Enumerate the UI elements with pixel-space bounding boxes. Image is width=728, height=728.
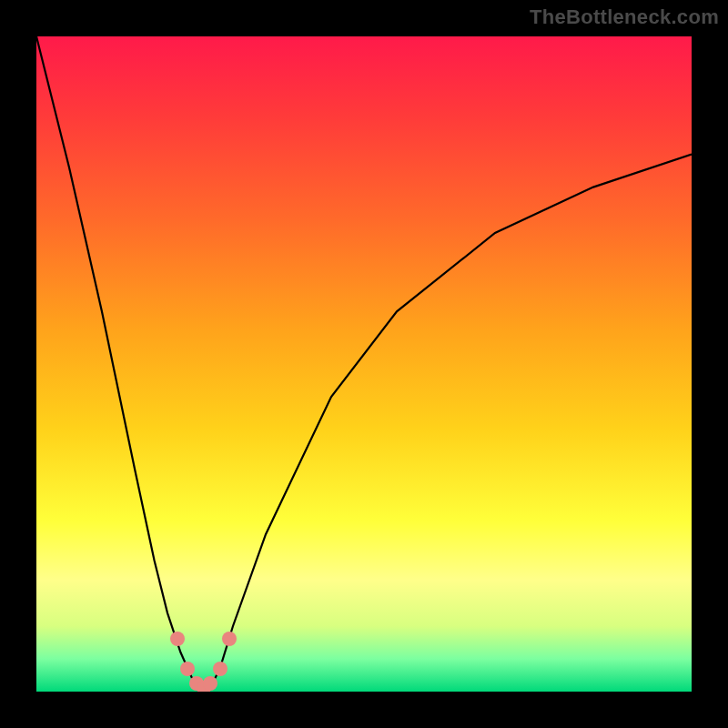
curve-layer [36,36,692,692]
highlight-dot [222,632,237,646]
attribution-text: TheBottleneck.com [530,5,719,29]
highlight-dot [180,662,195,676]
highlight-dot [203,676,217,691]
highlight-dot [213,662,228,676]
bottleneck-curve-path [36,36,692,688]
plot-area [36,36,692,692]
highlight-dot [170,632,185,646]
chart-frame: TheBottleneck.com [0,0,728,728]
